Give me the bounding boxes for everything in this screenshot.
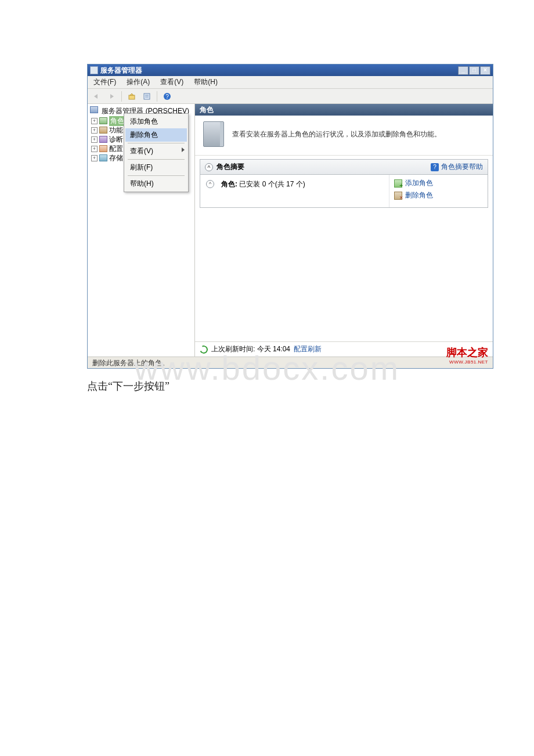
svg-rect-1 — [144, 93, 150, 99]
roles-actions: 添加角色 删除角色 — [389, 175, 488, 207]
window-buttons: _ □ × — [458, 66, 490, 75]
ctx-view[interactable]: 查看(V) — [125, 145, 187, 158]
help-button[interactable]: ? — [161, 91, 174, 102]
storage-icon — [99, 154, 107, 161]
svg-text:?: ? — [165, 93, 169, 100]
refresh-icon — [199, 344, 209, 355]
add-role-label: 添加角色 — [405, 178, 433, 188]
roles-summary-body: ^ 角色: 已安装 0 个(共 17 个) 添加角色 — [200, 174, 488, 208]
expand-button-storage[interactable]: + — [91, 155, 98, 161]
ctx-help[interactable]: 帮助(H) — [125, 177, 187, 190]
menu-help[interactable]: 帮助(H) — [192, 76, 220, 88]
arrow-right-icon — [107, 93, 116, 100]
expand-button-diagnostics[interactable]: + — [91, 136, 98, 143]
help-icon: ? — [163, 92, 171, 100]
menu-view[interactable]: 查看(V) — [158, 76, 186, 88]
description-row: 查看安装在服务器上角色的运行状况，以及添加或删除角色和功能。 — [195, 116, 493, 156]
remove-role-label: 删除角色 — [405, 190, 433, 200]
section-title: 角色摘要 — [217, 162, 244, 172]
roles-summary-left: ^ 角色: 已安装 0 个(共 17 个) — [200, 175, 389, 207]
maximize-button[interactable]: □ — [469, 66, 479, 75]
app-icon — [90, 66, 98, 74]
expand-button-features[interactable]: + — [91, 127, 98, 134]
add-role-link[interactable]: 添加角色 — [394, 178, 483, 188]
window-title: 服务器管理器 — [100, 66, 458, 75]
tree-item-storage[interactable]: 存储 — [109, 153, 123, 163]
features-icon — [99, 127, 107, 134]
remove-role-link[interactable]: 删除角色 — [394, 190, 483, 200]
body-split: 服务器管理器 (PORSCHEV) + 角色 + 功能 + 诊断 — [88, 104, 493, 357]
page-header: 角色 — [195, 104, 493, 116]
menu-file[interactable]: 文件(F) — [91, 76, 118, 88]
statusbar: 删除此服务器上的角色。 — [88, 357, 493, 368]
server-manager-window: 服务器管理器 _ □ × 文件(F) 操作(A) 查看(V) 帮助(H) — [87, 64, 493, 369]
help-square-icon: ? — [431, 163, 439, 171]
expand-button-roles[interactable]: + — [91, 118, 98, 124]
expand-button-configuration[interactable]: + — [91, 146, 98, 152]
minimize-button[interactable]: _ — [458, 66, 468, 75]
svg-rect-0 — [129, 95, 135, 99]
ctx-add-role[interactable]: 添加角色 — [125, 115, 187, 128]
collapse-button[interactable]: ^ — [205, 163, 213, 171]
tree-item-roles[interactable]: 角色 — [109, 116, 125, 126]
nav-back-button[interactable] — [90, 91, 103, 102]
properties-button[interactable] — [140, 91, 153, 102]
roles-big-icon — [203, 121, 224, 147]
submenu-arrow-icon — [182, 147, 185, 152]
ctx-separator-3 — [128, 175, 185, 176]
tree-item-diagnostics[interactable]: 诊断 — [109, 135, 123, 145]
configuration-icon — [99, 145, 107, 152]
roles-label: 角色: — [221, 180, 237, 188]
menu-action[interactable]: 操作(A) — [124, 76, 152, 88]
ctx-separator-1 — [128, 143, 185, 143]
tree-item-features[interactable]: 功能 — [109, 125, 123, 135]
roles-count: 已安装 0 个(共 17 个) — [239, 180, 305, 188]
refresh-row: 上次刷新时间: 今天 14:04 配置刷新 — [195, 341, 493, 357]
ctx-separator-2 — [128, 159, 185, 160]
section-help-label: 角色摘要帮助 — [441, 162, 483, 172]
ctx-refresh[interactable]: 刷新(F) — [125, 161, 187, 174]
description-text: 查看安装在服务器上角色的运行状况，以及添加或删除角色和功能。 — [232, 129, 441, 139]
section-help-link[interactable]: ? 角色摘要帮助 — [431, 162, 483, 172]
folder-up-icon — [128, 92, 136, 100]
ctx-view-label: 查看(V) — [130, 147, 153, 155]
titlebar: 服务器管理器 _ □ × — [88, 64, 493, 76]
diagnostics-icon — [99, 136, 107, 143]
roles-summary-header: ^ 角色摘要 ? 角色摘要帮助 — [200, 159, 488, 174]
sub-collapse-button[interactable]: ^ — [206, 180, 214, 188]
caption-text: 点击“下一步按钮” — [87, 379, 447, 393]
configure-refresh-link[interactable]: 配置刷新 — [294, 344, 322, 354]
content-filler — [195, 213, 493, 341]
nav-forward-button[interactable] — [105, 91, 118, 102]
server-icon — [90, 106, 98, 113]
close-button[interactable]: × — [480, 66, 490, 75]
menubar: 文件(F) 操作(A) 查看(V) 帮助(H) — [88, 76, 493, 89]
nav-up-button[interactable] — [125, 91, 138, 102]
arrow-left-icon — [92, 93, 100, 100]
toolbar-separator — [121, 91, 122, 102]
refresh-prefix: 上次刷新时间: 今天 14:04 — [211, 344, 290, 354]
remove-role-icon — [394, 192, 402, 200]
tree-item-configuration[interactable]: 配置 — [109, 144, 123, 154]
roles-icon — [99, 117, 107, 124]
content-pane: 角色 查看安装在服务器上角色的运行状况，以及添加或删除角色和功能。 ^ 角色摘要… — [195, 104, 493, 357]
toolbar: ? — [88, 89, 493, 104]
ctx-remove-role[interactable]: 删除角色 — [125, 128, 187, 142]
context-menu: 添加角色 删除角色 查看(V) 刷新(F) 帮助(H) — [124, 113, 189, 192]
add-role-icon — [394, 179, 402, 188]
tree-pane: 服务器管理器 (PORSCHEV) + 角色 + 功能 + 诊断 — [88, 104, 195, 357]
roles-count-row: 角色: 已安装 0 个(共 17 个) — [221, 179, 305, 189]
toolbar-separator-2 — [157, 91, 157, 102]
properties-icon — [143, 92, 151, 100]
